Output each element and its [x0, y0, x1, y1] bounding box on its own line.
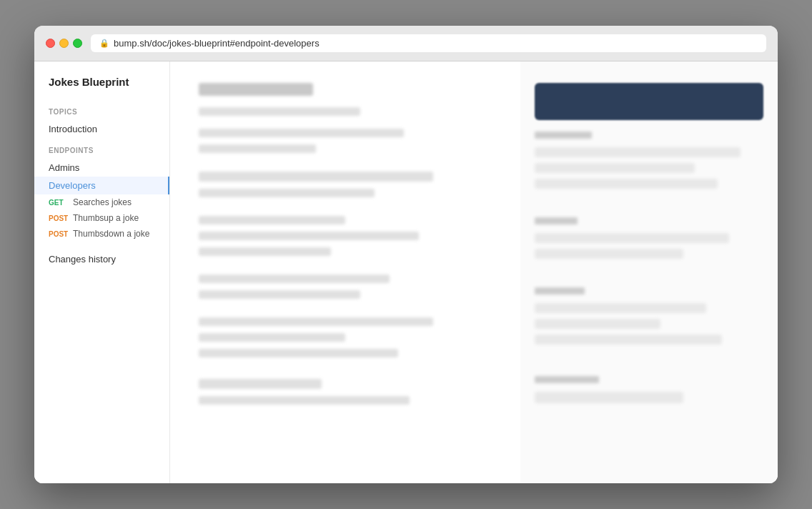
thumbsdown-label: Thumbsdown a joke — [73, 229, 149, 239]
sidebar-item-changes-history[interactable]: Changes history — [34, 250, 169, 268]
code-line-4 — [535, 233, 729, 243]
sidebar-subitem-thumbsdown[interactable]: POST Thumbsdown a joke — [34, 226, 169, 242]
content-line-12 — [199, 333, 345, 342]
code-line-7 — [535, 319, 660, 329]
endpoints-section-label: ENDPOINTS — [34, 138, 169, 159]
right-section-2 — [535, 217, 763, 259]
content-line-5 — [199, 189, 375, 197]
right-label-3 — [535, 287, 585, 295]
code-line-9 — [535, 392, 683, 403]
searches-jokes-label: Searches jokes — [73, 197, 132, 207]
content-line-10 — [199, 290, 360, 299]
post-badge-thumbsup: POST — [49, 214, 69, 222]
sidebar-subitem-searches-jokes[interactable]: GET Searches jokes — [34, 194, 169, 210]
content-line-11 — [199, 317, 433, 326]
content-line-9 — [199, 275, 390, 283]
right-section-3 — [535, 287, 763, 345]
right-label-1 — [535, 132, 592, 139]
content-line-6 — [199, 216, 345, 224]
thumbsup-label: Thumbsup a joke — [73, 213, 139, 223]
code-line-6 — [535, 303, 706, 313]
code-line-5 — [535, 249, 683, 259]
right-label-4 — [535, 376, 599, 383]
content-title-block — [199, 83, 313, 96]
right-section-4 — [535, 376, 763, 403]
code-line-8 — [535, 335, 722, 345]
code-line-3 — [535, 179, 718, 189]
sidebar-item-introduction[interactable]: Introduction — [34, 120, 169, 138]
url-text: bump.sh/doc/jokes-blueprint#endpoint-dev… — [114, 38, 320, 49]
content-line-14 — [199, 379, 322, 389]
browser-chrome: 🔒 bump.sh/doc/jokes-blueprint#endpoint-d… — [34, 26, 778, 61]
content-line-2 — [199, 129, 404, 137]
content-line-4 — [199, 172, 433, 182]
traffic-lights — [46, 39, 82, 48]
sidebar-item-admins[interactable]: Admins — [34, 159, 169, 177]
code-line-2 — [535, 163, 695, 173]
post-badge-thumbsdown: POST — [49, 230, 69, 238]
code-line-1 — [535, 147, 741, 157]
sidebar: Jokes Blueprint TOPICS Introduction ENDP… — [34, 61, 170, 483]
content-line-15 — [199, 396, 410, 405]
content-line-8 — [199, 247, 331, 256]
topics-section-label: TOPICS — [34, 99, 169, 120]
content-line-3 — [199, 144, 316, 153]
code-block-dark — [535, 83, 763, 120]
browser-window: 🔒 bump.sh/doc/jokes-blueprint#endpoint-d… — [34, 26, 778, 483]
right-section-1 — [535, 132, 763, 189]
sidebar-subitem-thumbsup[interactable]: POST Thumbsup a joke — [34, 210, 169, 226]
address-bar[interactable]: 🔒 bump.sh/doc/jokes-blueprint#endpoint-d… — [91, 34, 766, 52]
content-line-1 — [199, 107, 360, 116]
sidebar-logo[interactable]: Jokes Blueprint — [34, 76, 169, 99]
browser-content: Jokes Blueprint TOPICS Introduction ENDP… — [34, 61, 778, 483]
sidebar-item-developers[interactable]: Developers — [34, 177, 169, 194]
content-line-7 — [199, 232, 419, 240]
close-button[interactable] — [46, 39, 55, 48]
lock-icon: 🔒 — [99, 39, 109, 48]
content-line-13 — [199, 349, 398, 357]
maximize-button[interactable] — [73, 39, 82, 48]
get-badge: GET — [49, 199, 69, 207]
minimize-button[interactable] — [59, 39, 69, 48]
main-content — [170, 61, 520, 483]
right-label-2 — [535, 217, 578, 224]
right-panel — [520, 61, 778, 483]
